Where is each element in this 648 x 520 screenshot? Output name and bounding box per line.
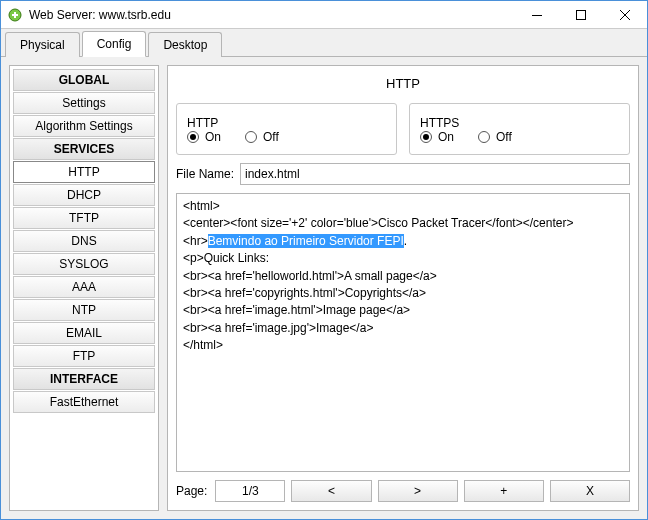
radio-icon xyxy=(478,131,490,143)
sidebar-header-global: GLOBAL xyxy=(13,69,155,91)
sidebar-header-services: SERVICES xyxy=(13,138,155,160)
editor-line: </html> xyxy=(183,338,223,352)
editor-line: <center><font size='+2' color='blue'>Cis… xyxy=(183,216,573,230)
tab-config[interactable]: Config xyxy=(82,31,147,57)
https-on-radio[interactable]: On xyxy=(420,130,454,144)
config-pane: HTTP HTTP On Off HTTPS On Off xyxy=(167,65,639,511)
https-group: HTTPS On Off xyxy=(409,103,630,155)
app-window: Web Server: www.tsrb.edu Physical Config… xyxy=(0,0,648,520)
sidebar-item-dhcp[interactable]: DHCP xyxy=(13,184,155,206)
pager: Page: 1/3 < > + X xyxy=(176,480,630,502)
pager-prev-button[interactable]: < xyxy=(291,480,371,502)
editor-line: <br><a href='image.html'>Image page</a> xyxy=(183,303,410,317)
sidebar-item-tftp[interactable]: TFTP xyxy=(13,207,155,229)
editor-line: . xyxy=(404,234,407,248)
radio-icon xyxy=(420,131,432,143)
pager-delete-button[interactable]: X xyxy=(550,480,630,502)
editor-selection: Bemvindo ao Primeiro Servidor FEPI xyxy=(208,234,404,248)
sidebar-item-email[interactable]: EMAIL xyxy=(13,322,155,344)
https-on-label: On xyxy=(438,130,454,144)
tab-physical[interactable]: Physical xyxy=(5,32,80,57)
sidebar: GLOBAL Settings Algorithm Settings SERVI… xyxy=(9,65,159,511)
http-off-label: Off xyxy=(263,130,279,144)
editor-line: <p>Quick Links: xyxy=(183,251,269,265)
http-legend: HTTP xyxy=(187,116,218,130)
sidebar-item-aaa[interactable]: AAA xyxy=(13,276,155,298)
svg-rect-4 xyxy=(577,10,586,19)
titlebar: Web Server: www.tsrb.edu xyxy=(1,1,647,29)
https-off-label: Off xyxy=(496,130,512,144)
https-off-radio[interactable]: Off xyxy=(478,130,512,144)
window-title: Web Server: www.tsrb.edu xyxy=(29,8,515,22)
filename-row: File Name: xyxy=(176,163,630,185)
https-legend: HTTPS xyxy=(420,116,459,130)
editor-line: <hr> xyxy=(183,234,208,248)
svg-rect-3 xyxy=(532,15,542,16)
editor-line: <br><a href='helloworld.html'>A small pa… xyxy=(183,269,437,283)
http-on-radio[interactable]: On xyxy=(187,130,221,144)
html-editor[interactable]: <html> <center><font size='+2' color='bl… xyxy=(176,193,630,472)
app-icon xyxy=(7,7,23,23)
main-tabs: Physical Config Desktop xyxy=(1,29,647,57)
svg-rect-2 xyxy=(12,14,18,16)
sidebar-item-algorithm-settings[interactable]: Algorithm Settings xyxy=(13,115,155,137)
body: GLOBAL Settings Algorithm Settings SERVI… xyxy=(1,57,647,519)
http-off-radio[interactable]: Off xyxy=(245,130,279,144)
sidebar-item-fastethernet[interactable]: FastEthernet xyxy=(13,391,155,413)
close-button[interactable] xyxy=(603,1,647,28)
sidebar-item-ntp[interactable]: NTP xyxy=(13,299,155,321)
filename-label: File Name: xyxy=(176,167,234,181)
sidebar-item-ftp[interactable]: FTP xyxy=(13,345,155,367)
radio-icon xyxy=(245,131,257,143)
maximize-button[interactable] xyxy=(559,1,603,28)
radio-icon xyxy=(187,131,199,143)
http-group: HTTP On Off xyxy=(176,103,397,155)
sidebar-item-settings[interactable]: Settings xyxy=(13,92,155,114)
sidebar-item-syslog[interactable]: SYSLOG xyxy=(13,253,155,275)
sidebar-header-interface: INTERFACE xyxy=(13,368,155,390)
editor-line: <br><a href='copyrights.html'>Copyrights… xyxy=(183,286,426,300)
protocol-row: HTTP On Off HTTPS On Off xyxy=(176,103,630,155)
editor-line: <html> xyxy=(183,199,220,213)
editor-line: <br><a href='image.jpg'>Image</a> xyxy=(183,321,373,335)
pager-label: Page: xyxy=(176,484,209,498)
window-buttons xyxy=(515,1,647,28)
minimize-button[interactable] xyxy=(515,1,559,28)
tab-desktop[interactable]: Desktop xyxy=(148,32,222,57)
pane-title: HTTP xyxy=(176,74,630,95)
sidebar-item-dns[interactable]: DNS xyxy=(13,230,155,252)
http-on-label: On xyxy=(205,130,221,144)
sidebar-item-http[interactable]: HTTP xyxy=(13,161,155,183)
pager-count: 1/3 xyxy=(215,480,285,502)
pager-next-button[interactable]: > xyxy=(378,480,458,502)
pager-add-button[interactable]: + xyxy=(464,480,544,502)
filename-input[interactable] xyxy=(240,163,630,185)
